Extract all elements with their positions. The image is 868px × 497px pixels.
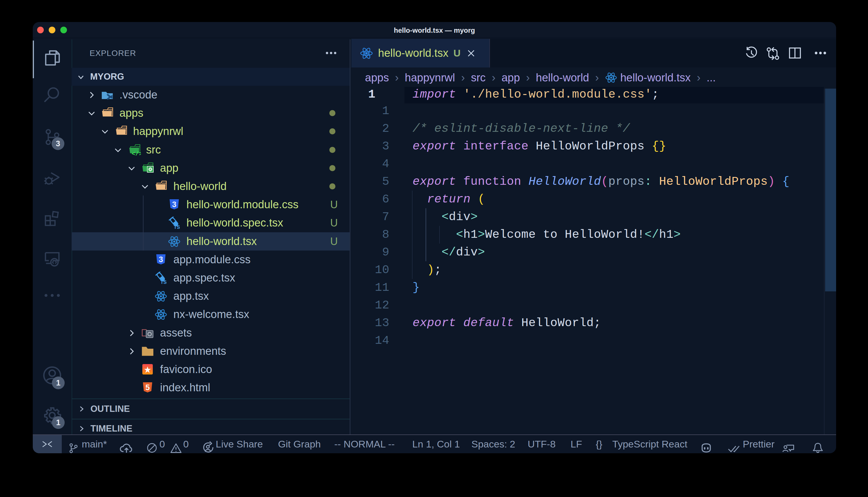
- svg-text:TS: TS: [160, 280, 167, 284]
- svg-text:TS: TS: [174, 225, 180, 229]
- svg-text:★: ★: [144, 365, 152, 374]
- svg-text:5: 5: [145, 383, 150, 392]
- svg-text:</>: </>: [132, 151, 141, 156]
- svg-text:3: 3: [172, 200, 176, 209]
- svg-text:3: 3: [159, 255, 163, 264]
